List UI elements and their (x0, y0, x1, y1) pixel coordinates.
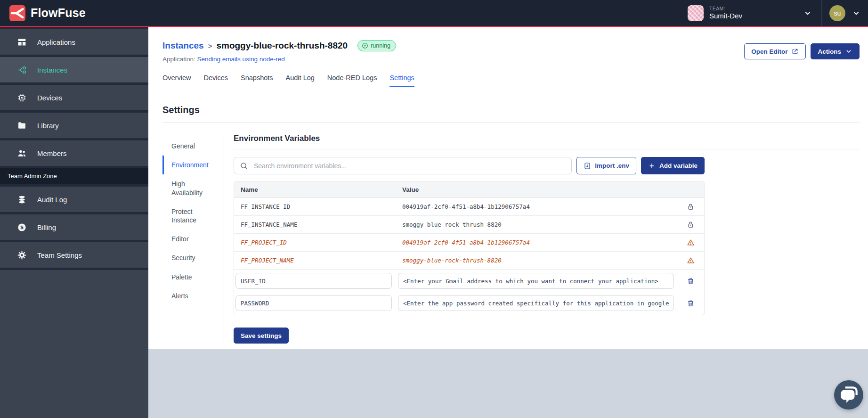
table-header: Name Value (234, 181, 704, 198)
sidebar-fill (0, 270, 148, 418)
sidebar-item-label: Billing (37, 223, 56, 231)
topbar: FlowFuse TEAM: Sumit-Dev su (0, 0, 868, 26)
main-area: Instances > smoggy-blue-rock-thrush-8820… (148, 27, 868, 418)
sidebar-item-audit-log[interactable]: Audit Log (0, 187, 148, 212)
warning-icon (687, 238, 695, 246)
lock-icon (687, 203, 695, 211)
page-title: smoggy-blue-rock-thrush-8820 (216, 41, 348, 51)
audit-log-icon (17, 195, 27, 205)
flowfuse-logo-icon (9, 5, 25, 21)
settings-nav-alerts[interactable]: Alerts (162, 287, 224, 305)
settings-nav-palette[interactable]: Palette (162, 268, 224, 287)
sidebar-item-label: Instances (37, 66, 67, 74)
applications-icon (17, 37, 27, 47)
sidebar: ApplicationsInstancesDevicesLibraryMembe… (0, 27, 148, 418)
env-var-name-input[interactable] (235, 273, 392, 289)
env-var-row: FF_INSTANCE_ID004919af-2cf0-4f51-a8b4-1b… (234, 198, 704, 216)
sidebar-item-label: Team Settings (37, 251, 82, 259)
import-env-button[interactable]: Import .env (576, 157, 636, 174)
brand-name: FlowFuse (31, 6, 86, 20)
status-badge: running (357, 40, 396, 51)
tab-node-red-logs[interactable]: Node-RED Logs (327, 74, 377, 87)
settings-nav-security[interactable]: Security (162, 248, 224, 267)
application-label: Application: (162, 56, 195, 63)
tab-devices[interactable]: Devices (203, 74, 228, 87)
sidebar-item-library[interactable]: Library (0, 113, 148, 138)
add-variable-label: Add variable (659, 162, 698, 169)
trash-icon (687, 277, 695, 285)
divider (162, 122, 860, 123)
delete-variable-button[interactable] (687, 299, 695, 307)
tab-overview[interactable]: Overview (162, 74, 191, 87)
instance-tabs: OverviewDevicesSnapshotsAudit LogNode-RE… (162, 74, 414, 87)
lock-icon (687, 221, 695, 229)
add-variable-button[interactable]: Add variable (641, 157, 705, 174)
env-var-name: FF_PROJECT_NAME (234, 257, 397, 264)
env-var-row: FF_PROJECT_ID004919af-2cf0-4f51-a8b4-1b1… (234, 234, 704, 252)
settings-nav-high-availability[interactable]: High Availability (162, 174, 224, 202)
env-var-value-input[interactable] (398, 273, 674, 289)
sidebar-item-instances[interactable]: Instances (0, 57, 148, 82)
env-var-value: smoggy-blue-rock-thrush-8820 (397, 221, 677, 228)
sidebar-item-team-settings[interactable]: Team Settings (0, 242, 148, 268)
plus-icon (648, 162, 656, 170)
chat-widget-button[interactable] (834, 380, 863, 410)
members-icon (17, 148, 27, 158)
env-var-value: 004919af-2cf0-4f51-a8b4-1b12906757a4 (397, 203, 677, 210)
import-env-label: Import .env (595, 162, 629, 169)
sidebar-item-label: Audit Log (37, 196, 67, 204)
environment-section: Environment Variables Import .env (234, 130, 860, 344)
application-line: Application: Sending emails using node-r… (162, 56, 414, 63)
breadcrumb-separator: > (208, 42, 212, 50)
tab-audit-log[interactable]: Audit Log (286, 74, 315, 87)
settings-nav-environment[interactable]: Environment (162, 156, 224, 174)
env-variables-table: Name Value FF_INSTANCE_ID004919af-2cf0-4… (234, 181, 705, 315)
trash-icon (687, 299, 695, 307)
sidebar-nav-main: ApplicationsInstancesDevicesLibraryMembe… (0, 29, 148, 168)
tab-settings[interactable]: Settings (389, 74, 414, 87)
vertical-divider (224, 134, 224, 344)
brand[interactable]: FlowFuse (0, 0, 86, 26)
external-link-icon (791, 48, 799, 55)
chevron-down-icon (803, 9, 812, 17)
settings-nav-general[interactable]: General (162, 137, 224, 156)
env-var-value-input[interactable] (398, 295, 674, 311)
column-header-value: Value (397, 186, 677, 193)
open-editor-button[interactable]: Open Editor (744, 43, 806, 59)
chevron-down-icon (845, 48, 852, 55)
svg-text:$: $ (20, 224, 24, 230)
delete-variable-button[interactable] (687, 277, 695, 285)
actions-button[interactable]: Actions (811, 43, 860, 59)
sidebar-item-label: Library (37, 122, 59, 130)
sidebar-nav-admin: Audit Log$BillingTeam Settings (0, 187, 148, 270)
sidebar-item-devices[interactable]: Devices (0, 85, 148, 110)
library-icon (17, 121, 27, 131)
tab-snapshots[interactable]: Snapshots (241, 74, 273, 87)
chat-bubble-icon (837, 383, 860, 407)
settings-nav-editor[interactable]: Editor (162, 229, 224, 248)
sidebar-item-label: Members (37, 149, 67, 157)
actions-label: Actions (818, 48, 841, 55)
application-link[interactable]: Sending emails using node-red (197, 56, 285, 63)
page-footer (148, 349, 868, 418)
warning-icon (687, 256, 695, 264)
devices-icon (17, 93, 27, 103)
env-var-name: FF_PROJECT_ID (234, 239, 397, 246)
env-var-name-input[interactable] (235, 295, 392, 311)
save-settings-button[interactable]: Save settings (234, 328, 289, 344)
open-editor-label: Open Editor (751, 48, 787, 55)
settings-nav-protect-instance[interactable]: Protect Instance (162, 202, 224, 229)
sidebar-item-billing[interactable]: $Billing (0, 214, 148, 240)
instances-icon (17, 65, 27, 75)
user-menu[interactable]: su (821, 0, 868, 26)
env-var-value: 004919af-2cf0-4f51-a8b4-1b12906757a4 (397, 239, 677, 246)
sidebar-item-members[interactable]: Members (0, 140, 148, 166)
team-selector[interactable]: TEAM: Sumit-Dev (678, 0, 821, 26)
search-env-input[interactable] (253, 162, 566, 170)
status-label: running (371, 42, 390, 49)
sidebar-item-applications[interactable]: Applications (0, 29, 148, 55)
env-var-row (234, 270, 704, 292)
breadcrumb-instances-link[interactable]: Instances (162, 41, 204, 51)
env-var-row: FF_INSTANCE_NAMEsmoggy-blue-rock-thrush-… (234, 216, 704, 234)
team-label: TEAM: (709, 6, 742, 12)
